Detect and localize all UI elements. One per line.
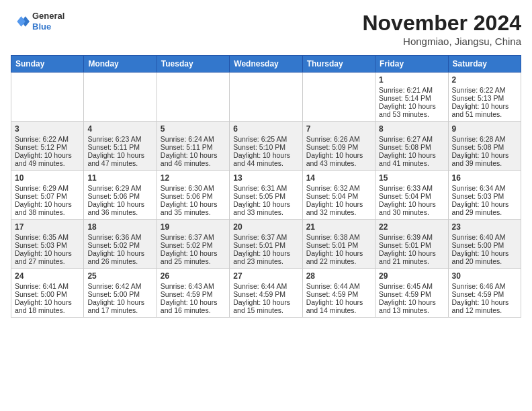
calendar-cell: 5Sunrise: 6:24 AMSunset: 5:11 PMDaylight… [157,122,229,171]
day-info: Sunset: 5:13 PM [452,94,517,102]
day-number: 29 [379,271,444,281]
day-info: Sunrise: 6:22 AM [452,86,517,94]
day-info: and 22 minutes. [306,257,371,265]
day-info: Daylight: 10 hours [379,102,444,110]
day-info: Daylight: 10 hours [452,151,517,159]
day-info: Sunset: 5:02 PM [87,241,152,249]
day-info: and 49 minutes. [15,159,80,167]
day-info: Sunrise: 6:32 AM [306,184,371,192]
page-subtitle: Hongmiao, Jiangsu, China [362,36,521,47]
day-info: Sunset: 5:02 PM [161,241,226,249]
day-info: and 30 minutes. [379,208,444,216]
day-info: Sunset: 5:14 PM [379,94,444,102]
day-number: 1 [379,75,444,85]
calendar-cell: 29Sunrise: 6:45 AMSunset: 4:59 PMDayligh… [375,269,448,318]
day-info: Sunrise: 6:33 AM [379,184,444,192]
day-info: Sunset: 4:59 PM [306,290,371,298]
day-number: 5 [161,124,226,134]
day-info: Sunrise: 6:30 AM [161,184,226,192]
calendar-cell: 24Sunrise: 6:41 AMSunset: 5:00 PMDayligh… [11,269,84,318]
day-number: 3 [15,124,80,134]
day-info: Sunset: 5:06 PM [87,192,152,200]
day-number: 17 [15,222,80,232]
day-info: Daylight: 10 hours [233,249,298,257]
day-number: 10 [15,173,80,183]
day-info: Sunrise: 6:23 AM [87,135,152,143]
day-info: Sunrise: 6:34 AM [452,184,517,192]
day-info: and 13 minutes. [379,306,444,314]
day-info: and 12 minutes. [452,306,517,314]
calendar-cell: 7Sunrise: 6:26 AMSunset: 5:09 PMDaylight… [302,122,375,171]
day-info: Sunset: 5:05 PM [233,192,298,200]
calendar-cell [230,73,302,122]
day-info: Daylight: 10 hours [87,249,152,257]
day-info: Daylight: 10 hours [233,151,298,159]
weekday-header-sunday: Sunday [11,56,84,73]
day-info: Sunrise: 6:26 AM [306,135,371,143]
calendar-cell: 9Sunrise: 6:28 AMSunset: 5:08 PMDaylight… [448,122,521,171]
calendar-cell: 21Sunrise: 6:38 AMSunset: 5:01 PMDayligh… [302,220,375,269]
day-info: Sunset: 5:08 PM [452,143,517,151]
page-title: November 2024 [362,11,521,36]
calendar-cell: 1Sunrise: 6:21 AMSunset: 5:14 PMDaylight… [375,73,448,122]
day-info: Daylight: 10 hours [15,200,80,208]
day-number: 18 [87,222,152,232]
day-number: 27 [233,271,298,281]
day-info: and 29 minutes. [452,208,517,216]
calendar-week-5: 24Sunrise: 6:41 AMSunset: 5:00 PMDayligh… [11,269,521,318]
day-info: and 53 minutes. [379,110,444,118]
day-info: and 47 minutes. [87,159,152,167]
day-info: Sunrise: 6:28 AM [452,135,517,143]
day-number: 4 [87,124,152,134]
day-info: Daylight: 10 hours [306,249,371,257]
day-number: 21 [306,222,371,232]
day-number: 8 [379,124,444,134]
day-info: and 20 minutes. [452,257,517,265]
day-info: Sunset: 4:59 PM [379,290,444,298]
day-info: and 46 minutes. [161,159,226,167]
day-info: and 44 minutes. [233,159,298,167]
weekday-header-saturday: Saturday [448,56,521,73]
calendar-cell: 22Sunrise: 6:39 AMSunset: 5:01 PMDayligh… [375,220,448,269]
day-info: Sunrise: 6:29 AM [87,184,152,192]
day-info: Sunrise: 6:24 AM [161,135,226,143]
day-info: Sunrise: 6:37 AM [233,233,298,241]
calendar-cell: 28Sunrise: 6:44 AMSunset: 4:59 PMDayligh… [302,269,375,318]
day-info: Daylight: 10 hours [379,200,444,208]
day-info: and 18 minutes. [15,306,80,314]
day-info: Daylight: 10 hours [452,200,517,208]
day-info: and 14 minutes. [306,306,371,314]
day-info: Sunset: 5:01 PM [233,241,298,249]
calendar-cell [11,73,84,122]
day-info: and 17 minutes. [87,306,152,314]
day-info: Sunrise: 6:21 AM [379,86,444,94]
day-info: Sunrise: 6:39 AM [379,233,444,241]
calendar-cell: 15Sunrise: 6:33 AMSunset: 5:04 PMDayligh… [375,171,448,220]
calendar-cell: 25Sunrise: 6:42 AMSunset: 5:00 PMDayligh… [84,269,157,318]
day-info: and 26 minutes. [87,257,152,265]
day-info: Daylight: 10 hours [161,249,226,257]
day-info: and 41 minutes. [379,159,444,167]
weekday-header-thursday: Thursday [302,56,375,73]
day-number: 22 [379,222,444,232]
day-number: 24 [15,271,80,281]
day-number: 15 [379,173,444,183]
calendar-cell [302,73,375,122]
day-info: Sunset: 5:06 PM [161,192,226,200]
calendar-cell: 30Sunrise: 6:46 AMSunset: 4:59 PMDayligh… [448,269,521,318]
day-info: Sunset: 5:00 PM [15,290,80,298]
day-info: Daylight: 10 hours [161,298,226,306]
calendar-cell: 27Sunrise: 6:44 AMSunset: 4:59 PMDayligh… [230,269,302,318]
day-number: 28 [306,271,371,281]
day-info: Sunrise: 6:44 AM [306,282,371,290]
day-info: Daylight: 10 hours [87,151,152,159]
day-info: Daylight: 10 hours [452,249,517,257]
day-info: Daylight: 10 hours [306,151,371,159]
day-info: and 43 minutes. [306,159,371,167]
calendar-week-4: 17Sunrise: 6:35 AMSunset: 5:03 PMDayligh… [11,220,521,269]
day-info: Sunset: 5:04 PM [379,192,444,200]
day-number: 11 [87,173,152,183]
logo: General Blue [11,11,64,32]
day-info: Daylight: 10 hours [306,298,371,306]
calendar-cell: 3Sunrise: 6:22 AMSunset: 5:12 PMDaylight… [11,122,84,171]
